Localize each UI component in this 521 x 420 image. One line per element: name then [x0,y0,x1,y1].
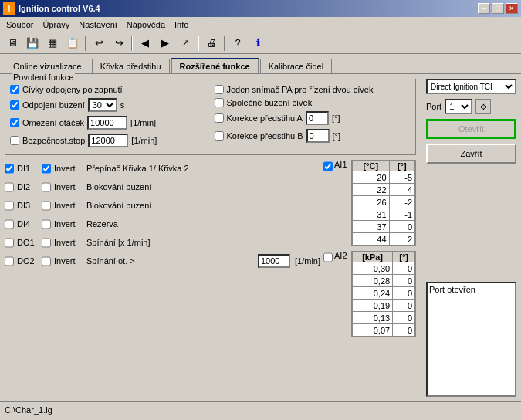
title-bar: I Ignition control V6.4 ─ □ ✕ [0,0,521,17]
odpojeni-unit: s [120,100,125,110]
korekceA-label: Korekce předstihu A [227,113,303,123]
menu-info[interactable]: Info [170,19,193,30]
di3-checkbox[interactable] [5,201,14,211]
do2-invert-label: Invert [54,256,83,266]
toolbar-monitor[interactable]: 🖥 [3,35,22,52]
toolbar-left[interactable]: ◀ [136,35,154,52]
di2-label: DI2 [17,182,39,191]
menu-bar: Soubor Úpravy Nastavení Nápověda Info [0,17,521,32]
di2-checkbox[interactable] [5,182,14,192]
menu-nastaveni[interactable]: Nastavení [74,19,122,30]
povoleni-title: Povolení funkce [12,73,75,82]
toolbar-save[interactable]: 💾 [23,35,42,52]
status-bar: C:\Char_1.ig [0,401,521,417]
toolbar-sep3 [198,36,199,51]
do2-checkbox[interactable] [5,256,14,266]
menu-upravy[interactable]: Úpravy [38,19,74,30]
ai1-scroll[interactable]: [°C] [°] 20-5 22-4 26-2 31-1 370 [351,160,416,246]
do1-checkbox[interactable] [5,238,14,248]
di3-invert-label: Invert [54,201,83,210]
ai2-scroll[interactable]: [kPa] [°] 0,300 0,280 0,240 0,190 0,130 [351,251,416,337]
di2-desc: Blokování buzení [86,182,320,191]
civky-label: Cívky odpojeny po zapnutí [22,85,123,94]
di3-desc: Blokování buzení [86,201,320,210]
ai2-label: AI2 [334,251,350,260]
toolbar-help[interactable]: ? [228,35,247,52]
log-area: Port otevřen [426,282,516,397]
bezpecnost-checkbox[interactable] [10,136,19,145]
bezpecnost-row: Bezpečnost.stop [1/min] [10,134,207,147]
port-config-btn[interactable]: ⚙ [475,99,491,114]
main-content: Povolení funkce Cívky odpojeny po zapnut… [0,74,521,401]
spolecne-checkbox[interactable] [215,98,224,107]
table-row: 370 [353,221,415,233]
di4-invert-checkbox[interactable] [42,219,51,229]
di2-invert-checkbox[interactable] [42,182,51,192]
right-panel: Direct Ignition TCI Port 1234 ⚙ Otevřít … [421,74,521,401]
ai1-checkbox[interactable] [323,161,333,171]
maximize-button[interactable]: □ [492,3,504,14]
di1-invert-checkbox[interactable] [42,164,51,174]
omezeni-checkbox[interactable] [10,118,19,127]
close-button[interactable]: ✕ [506,3,518,14]
toolbar-info[interactable]: ℹ [249,35,267,52]
toolbar-undo[interactable]: ↩ [90,35,108,52]
do2-value-input[interactable] [258,254,290,268]
korekceB-input[interactable] [306,129,330,143]
omezeni-input[interactable] [87,116,127,130]
di1-checkbox[interactable] [5,164,14,174]
toolbar-print[interactable]: 🖨 [202,35,221,52]
snimac-row: Jeden snímač PA pro řízení dvou cívek [215,85,411,94]
toolbar-grid[interactable]: ▦ [43,35,62,52]
toolbar-copy[interactable]: 📋 [63,35,82,52]
tab-rozsirene[interactable]: Rozšířené funkce [171,58,259,73]
spolecne-row: Společné buzení cívek [215,98,411,107]
di1-invert-label: Invert [54,164,83,173]
tab-krivka[interactable]: Křivka předstihu [92,59,170,73]
ai2-container: AI2 [kPa] [°] 0,300 0,280 [323,251,416,337]
tab-online[interactable]: Online vizualizace [5,59,90,73]
status-path: C:\Char_1.ig [5,405,52,415]
menu-napoveda[interactable]: Nápověda [122,19,170,30]
snimac-label: Jeden snímač PA pro řízení dvou cívek [227,85,374,94]
minimize-button[interactable]: ─ [478,3,490,14]
snimac-checkbox[interactable] [215,85,224,94]
do2-invert-checkbox[interactable] [42,256,51,266]
toolbar-redo[interactable]: ↪ [110,35,128,52]
close-button-panel[interactable]: Zavřít [426,144,516,164]
civky-checkbox[interactable] [10,85,19,94]
odpojeni-label: Odpojení buzení [22,100,85,110]
toolbar-arrow[interactable]: ↗ [176,35,195,52]
di3-invert-checkbox[interactable] [42,201,51,211]
odpojeni-select[interactable]: 30102060 [88,98,117,112]
korekceA-input[interactable] [306,111,329,125]
do2-label: DO2 [17,256,39,266]
di4-checkbox[interactable] [5,219,14,229]
device-select[interactable]: Direct Ignition TCI [426,79,516,94]
io-left: DI1 Invert Přepínač Křivka 1/ Křivka 2 D… [5,160,320,397]
table-row: 0,300 [353,262,415,275]
do1-invert-checkbox[interactable] [42,238,51,248]
korekceB-row: Korekce předstihu B [°] [215,129,411,143]
ai1-col1-header: [°C] [353,161,390,171]
tab-kalibrace[interactable]: Kalibrace čidel [260,59,333,73]
open-button[interactable]: Otevřít [426,119,516,139]
di1-label: DI1 [17,164,39,173]
menu-soubor[interactable]: Soubor [2,19,38,30]
di4-invert-label: Invert [54,219,83,229]
ai2-col1-header: [kPa] [353,252,393,262]
ai2-checkbox[interactable] [323,252,333,262]
app-title: Ignition control V6.4 [19,4,100,13]
do2-desc: Spínání ot. > [86,256,253,266]
table-row: 22-4 [353,184,415,196]
korekceB-checkbox[interactable] [215,131,224,141]
toolbar-right[interactable]: ▶ [156,35,174,52]
odpojeni-checkbox[interactable] [10,100,19,110]
port-select[interactable]: 1234 [445,99,472,114]
bezpecnost-input[interactable] [88,134,128,147]
do2-unit: [1/min] [295,256,320,266]
table-row: 0,190 [353,300,415,312]
spacer [426,168,516,277]
odpojeni-row: Odpojení buzení 30102060 s [10,98,207,112]
korekceA-checkbox[interactable] [215,113,224,123]
